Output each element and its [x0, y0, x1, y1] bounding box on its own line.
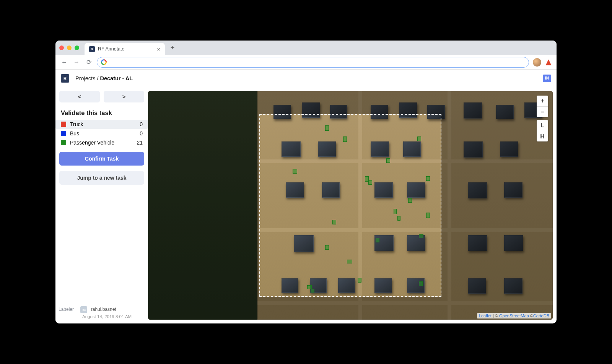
- annotation-box[interactable]: [426, 176, 430, 181]
- annotation-box[interactable]: [311, 289, 314, 292]
- browser-tab[interactable]: R RF Annotate ×: [85, 43, 165, 55]
- class-name: Truck: [70, 121, 83, 127]
- annotation-box[interactable]: [325, 125, 329, 131]
- class-swatch-icon: [61, 122, 66, 127]
- class-swatch-icon: [61, 131, 66, 136]
- class-name: Bus: [70, 130, 79, 136]
- map-l-button[interactable]: L: [537, 120, 548, 131]
- nav-reload-button[interactable]: ⟳: [85, 58, 93, 66]
- labeler-username: rahul.basnet: [91, 307, 116, 312]
- labeler-timestamp: August 14, 2019 8:01 AM: [82, 314, 145, 319]
- annotation-box[interactable]: [368, 180, 372, 185]
- class-list: Truck 0 Bus 0 Passenger Vehicle 21: [55, 120, 148, 147]
- annotation-box[interactable]: [325, 245, 329, 250]
- annotation-box[interactable]: [376, 238, 379, 242]
- annotation-box[interactable]: [358, 278, 361, 283]
- class-row-bus[interactable]: Bus 0: [55, 129, 148, 138]
- user-badge[interactable]: IN: [543, 75, 551, 82]
- task-pager: < >: [55, 91, 148, 102]
- attrib-sep: | ©: [492, 314, 499, 318]
- annotation-box[interactable]: [426, 213, 430, 218]
- class-count: 21: [137, 140, 143, 146]
- map-h-button[interactable]: H: [537, 131, 548, 141]
- annotation-box[interactable]: [394, 209, 397, 214]
- attrib-sep2: ©: [529, 314, 533, 318]
- breadcrumb: Projects / Decatur - AL: [75, 75, 133, 81]
- annotation-box[interactable]: [293, 169, 297, 174]
- new-tab-button[interactable]: +: [167, 42, 178, 53]
- svg-marker-0: [546, 59, 552, 65]
- next-task-button[interactable]: >: [104, 91, 144, 102]
- browser-window: R RF Annotate × + ← → ⟳ R Projects / Dec…: [55, 41, 557, 323]
- annotation-box[interactable]: [397, 216, 400, 221]
- annotation-box[interactable]: [386, 158, 390, 163]
- sidebar-title: Validate this task: [55, 102, 148, 120]
- class-count: 0: [140, 121, 143, 127]
- tab-title: RF Annotate: [98, 46, 125, 52]
- map-controls: + − L H: [537, 96, 548, 141]
- layer-control: L H: [537, 120, 548, 141]
- window-controls: [59, 46, 79, 50]
- tab-favicon-icon: R: [89, 46, 95, 52]
- class-name: Passenger Vehicle: [70, 140, 114, 146]
- tab-strip: R RF Annotate × +: [55, 41, 557, 55]
- attrib-carto-link[interactable]: CartoDB: [533, 314, 549, 318]
- sidebar-footer: Labeler RA rahul.basnet August 14, 2019 …: [55, 302, 148, 323]
- nav-forward-button[interactable]: →: [72, 59, 81, 66]
- profile-avatar-icon[interactable]: [533, 58, 541, 67]
- app-header: R Projects / Decatur - AL IN: [55, 70, 557, 87]
- labeler-label: Labeler: [59, 307, 74, 312]
- map-attribution: Leaflet | © OpenStreetMap ©CartoDB: [477, 313, 551, 318]
- class-swatch-icon: [61, 140, 66, 145]
- class-count: 0: [140, 130, 143, 136]
- url-input[interactable]: [97, 57, 529, 68]
- jump-task-button[interactable]: Jump to a new task: [59, 171, 144, 185]
- window-maximize-icon[interactable]: [75, 46, 79, 50]
- breadcrumb-root[interactable]: Projects: [75, 75, 95, 81]
- annotation-box[interactable]: [419, 281, 423, 286]
- window-close-icon[interactable]: [59, 46, 64, 50]
- zoom-in-button[interactable]: +: [537, 96, 548, 106]
- labeler-avatar-icon: RA: [80, 306, 87, 313]
- app-body: < > Validate this task Truck 0 Bus 0 Pas…: [55, 87, 557, 323]
- window-minimize-icon[interactable]: [67, 46, 72, 50]
- confirm-task-button[interactable]: Confirm Task: [59, 152, 144, 166]
- class-row-truck[interactable]: Truck 0: [55, 120, 148, 129]
- sidebar: < > Validate this task Truck 0 Bus 0 Pas…: [55, 87, 148, 323]
- prev-task-button[interactable]: <: [59, 91, 100, 102]
- task-region[interactable]: [259, 114, 441, 297]
- zoom-out-button[interactable]: −: [537, 106, 548, 117]
- toolbar-right: [533, 58, 552, 67]
- breadcrumb-sep: /: [95, 75, 100, 81]
- attrib-leaflet-link[interactable]: Leaflet: [479, 314, 492, 318]
- address-bar: ← → ⟳: [55, 55, 557, 70]
- class-row-passenger-vehicle[interactable]: Passenger Vehicle 21: [55, 138, 148, 147]
- search-engine-icon: [101, 59, 107, 65]
- map-canvas[interactable]: + − L H Leaflet | © OpenStreetMap ©Carto…: [148, 91, 553, 320]
- annotation-box[interactable]: [408, 198, 412, 203]
- zoom-control: + −: [537, 96, 548, 117]
- extension-icon[interactable]: [545, 59, 552, 66]
- app-logo-icon[interactable]: R: [61, 74, 69, 83]
- annotation-box[interactable]: [332, 220, 336, 224]
- breadcrumb-leaf[interactable]: Decatur - AL: [100, 75, 133, 81]
- attrib-osm-link[interactable]: OpenStreetMap: [499, 314, 529, 318]
- annotation-box[interactable]: [347, 260, 352, 263]
- annotation-box[interactable]: [417, 136, 421, 141]
- tab-close-icon[interactable]: ×: [157, 46, 160, 52]
- nav-back-button[interactable]: ←: [60, 59, 68, 66]
- annotation-box[interactable]: [343, 136, 347, 142]
- annotation-box[interactable]: [419, 234, 423, 238]
